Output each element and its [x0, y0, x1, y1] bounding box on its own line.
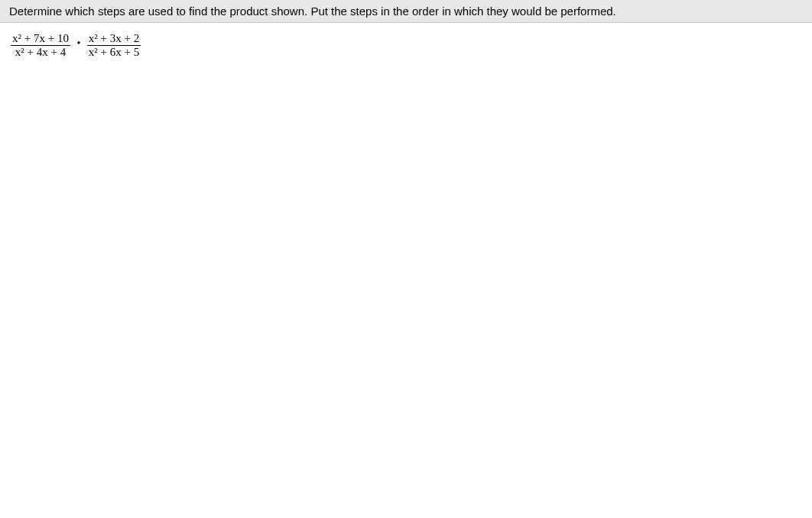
frac-den: x² + 4x + 4: [11, 46, 70, 59]
dot: •: [73, 37, 83, 50]
frac-1: x² + 7x + 10 x² + 4x + 4: [11, 32, 70, 58]
frac-num: x² + 3x + 2: [87, 32, 141, 46]
frac-2: x² + 3x + 2 x² + 6x + 5: [87, 32, 141, 58]
frac-den: x² + 6x + 5: [87, 46, 141, 59]
frac-num: x² + 7x + 10: [11, 32, 70, 46]
problem-expression: x² + 7x + 10 x² + 4x + 4 • x² + 3x + 2 x…: [11, 32, 794, 58]
question-header: Determine which steps are used to find t…: [0, 0, 812, 23]
